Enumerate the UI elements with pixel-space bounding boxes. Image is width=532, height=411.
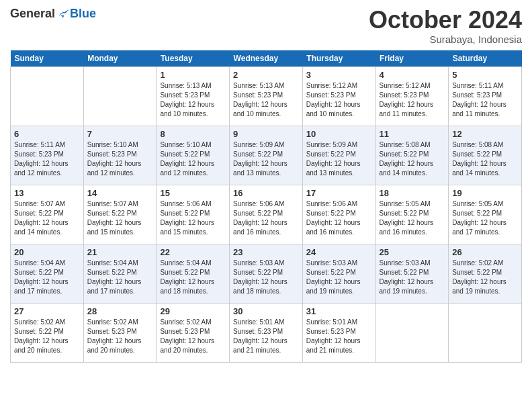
day-number: 25 bbox=[380, 247, 445, 257]
calendar-week-row: 20Sunrise: 5:04 AM Sunset: 5:22 PM Dayli… bbox=[11, 244, 522, 303]
table-row bbox=[449, 303, 522, 362]
logo-bird-icon bbox=[56, 7, 70, 21]
day-info: Sunrise: 5:04 AM Sunset: 5:22 PM Dayligh… bbox=[160, 259, 226, 296]
calendar-week-row: 13Sunrise: 5:07 AM Sunset: 5:22 PM Dayli… bbox=[11, 185, 522, 244]
day-number: 24 bbox=[306, 247, 372, 257]
day-number: 12 bbox=[452, 129, 518, 139]
day-info: Sunrise: 5:06 AM Sunset: 5:22 PM Dayligh… bbox=[160, 199, 226, 237]
day-info: Sunrise: 5:06 AM Sunset: 5:22 PM Dayligh… bbox=[233, 199, 299, 237]
day-info: Sunrise: 5:13 AM Sunset: 5:23 PM Dayligh… bbox=[160, 81, 226, 119]
day-info: Sunrise: 5:11 AM Sunset: 5:23 PM Dayligh… bbox=[452, 81, 518, 119]
day-number: 13 bbox=[14, 188, 80, 198]
day-number: 1 bbox=[160, 70, 226, 80]
day-info: Sunrise: 5:12 AM Sunset: 5:23 PM Dayligh… bbox=[380, 81, 445, 119]
logo: General Blue bbox=[10, 7, 96, 21]
table-row bbox=[83, 66, 157, 126]
table-row: 1Sunrise: 5:13 AM Sunset: 5:23 PM Daylig… bbox=[157, 66, 230, 126]
table-row: 6Sunrise: 5:11 AM Sunset: 5:23 PM Daylig… bbox=[11, 126, 84, 185]
col-monday: Monday bbox=[83, 50, 157, 67]
calendar-table: Sunday Monday Tuesday Wednesday Thursday… bbox=[10, 50, 522, 363]
day-info: Sunrise: 5:03 AM Sunset: 5:22 PM Dayligh… bbox=[233, 259, 299, 296]
table-row: 17Sunrise: 5:06 AM Sunset: 5:22 PM Dayli… bbox=[302, 185, 375, 244]
col-saturday: Saturday bbox=[449, 50, 522, 67]
day-info: Sunrise: 5:05 AM Sunset: 5:22 PM Dayligh… bbox=[452, 199, 518, 237]
day-info: Sunrise: 5:06 AM Sunset: 5:22 PM Dayligh… bbox=[306, 199, 372, 237]
col-sunday: Sunday bbox=[11, 50, 84, 67]
day-number: 5 bbox=[452, 70, 518, 80]
day-info: Sunrise: 5:13 AM Sunset: 5:23 PM Dayligh… bbox=[233, 81, 299, 119]
table-row: 13Sunrise: 5:07 AM Sunset: 5:22 PM Dayli… bbox=[11, 185, 84, 244]
day-number: 9 bbox=[233, 129, 299, 139]
day-info: Sunrise: 5:03 AM Sunset: 5:22 PM Dayligh… bbox=[306, 259, 372, 296]
calendar-week-row: 27Sunrise: 5:02 AM Sunset: 5:22 PM Dayli… bbox=[11, 303, 522, 362]
day-number: 15 bbox=[160, 188, 226, 198]
table-row bbox=[11, 66, 84, 126]
day-info: Sunrise: 5:09 AM Sunset: 5:22 PM Dayligh… bbox=[233, 140, 299, 178]
table-row: 19Sunrise: 5:05 AM Sunset: 5:22 PM Dayli… bbox=[449, 185, 522, 244]
col-tuesday: Tuesday bbox=[157, 50, 230, 67]
day-number: 26 bbox=[452, 247, 518, 257]
table-row: 22Sunrise: 5:04 AM Sunset: 5:22 PM Dayli… bbox=[157, 244, 230, 303]
logo-general-text: General bbox=[10, 7, 55, 21]
day-number: 28 bbox=[87, 306, 153, 316]
table-row: 14Sunrise: 5:07 AM Sunset: 5:22 PM Dayli… bbox=[83, 185, 157, 244]
table-row: 9Sunrise: 5:09 AM Sunset: 5:22 PM Daylig… bbox=[230, 126, 303, 185]
col-wednesday: Wednesday bbox=[230, 50, 303, 67]
day-number: 11 bbox=[380, 129, 445, 139]
day-info: Sunrise: 5:07 AM Sunset: 5:22 PM Dayligh… bbox=[87, 199, 153, 237]
month-title: October 2024 bbox=[369, 7, 522, 34]
table-row: 20Sunrise: 5:04 AM Sunset: 5:22 PM Dayli… bbox=[11, 244, 84, 303]
day-info: Sunrise: 5:10 AM Sunset: 5:23 PM Dayligh… bbox=[87, 140, 153, 178]
day-number: 3 bbox=[306, 70, 372, 80]
day-number: 29 bbox=[160, 306, 226, 316]
calendar-header-row: Sunday Monday Tuesday Wednesday Thursday… bbox=[11, 50, 522, 67]
table-row: 7Sunrise: 5:10 AM Sunset: 5:23 PM Daylig… bbox=[83, 126, 157, 185]
day-info: Sunrise: 5:03 AM Sunset: 5:22 PM Dayligh… bbox=[380, 259, 445, 296]
day-info: Sunrise: 5:05 AM Sunset: 5:22 PM Dayligh… bbox=[380, 199, 445, 237]
day-info: Sunrise: 5:04 AM Sunset: 5:22 PM Dayligh… bbox=[87, 259, 153, 296]
table-row: 5Sunrise: 5:11 AM Sunset: 5:23 PM Daylig… bbox=[449, 66, 522, 126]
table-row: 12Sunrise: 5:08 AM Sunset: 5:22 PM Dayli… bbox=[449, 126, 522, 185]
day-number: 16 bbox=[233, 188, 299, 198]
calendar-week-row: 1Sunrise: 5:13 AM Sunset: 5:23 PM Daylig… bbox=[11, 66, 522, 126]
day-info: Sunrise: 5:07 AM Sunset: 5:22 PM Dayligh… bbox=[14, 199, 80, 237]
day-number: 6 bbox=[14, 129, 80, 139]
table-row: 26Sunrise: 5:02 AM Sunset: 5:22 PM Dayli… bbox=[449, 244, 522, 303]
day-info: Sunrise: 5:08 AM Sunset: 5:22 PM Dayligh… bbox=[452, 140, 518, 178]
col-friday: Friday bbox=[375, 50, 449, 67]
day-number: 2 bbox=[233, 70, 299, 80]
table-row: 27Sunrise: 5:02 AM Sunset: 5:22 PM Dayli… bbox=[11, 303, 84, 362]
day-number: 30 bbox=[233, 306, 299, 316]
day-info: Sunrise: 5:08 AM Sunset: 5:22 PM Dayligh… bbox=[380, 140, 445, 178]
table-row: 10Sunrise: 5:09 AM Sunset: 5:22 PM Dayli… bbox=[302, 126, 375, 185]
day-info: Sunrise: 5:02 AM Sunset: 5:23 PM Dayligh… bbox=[87, 318, 153, 355]
day-info: Sunrise: 5:02 AM Sunset: 5:22 PM Dayligh… bbox=[14, 318, 80, 355]
table-row: 18Sunrise: 5:05 AM Sunset: 5:22 PM Dayli… bbox=[375, 185, 449, 244]
day-info: Sunrise: 5:04 AM Sunset: 5:22 PM Dayligh… bbox=[14, 259, 80, 296]
day-number: 17 bbox=[306, 188, 372, 198]
day-number: 27 bbox=[14, 306, 80, 316]
table-row: 29Sunrise: 5:02 AM Sunset: 5:23 PM Dayli… bbox=[157, 303, 230, 362]
table-row: 15Sunrise: 5:06 AM Sunset: 5:22 PM Dayli… bbox=[157, 185, 230, 244]
day-info: Sunrise: 5:12 AM Sunset: 5:23 PM Dayligh… bbox=[306, 81, 372, 119]
logo-blue-text: Blue bbox=[70, 7, 96, 21]
table-row: 3Sunrise: 5:12 AM Sunset: 5:23 PM Daylig… bbox=[302, 66, 375, 126]
day-number: 10 bbox=[306, 129, 372, 139]
table-row bbox=[375, 303, 449, 362]
col-thursday: Thursday bbox=[302, 50, 375, 67]
title-section: October 2024 Surabaya, Indonesia bbox=[369, 7, 522, 45]
table-row: 23Sunrise: 5:03 AM Sunset: 5:22 PM Dayli… bbox=[230, 244, 303, 303]
day-number: 31 bbox=[306, 306, 372, 316]
day-number: 21 bbox=[87, 247, 153, 257]
table-row: 28Sunrise: 5:02 AM Sunset: 5:23 PM Dayli… bbox=[83, 303, 157, 362]
table-row: 2Sunrise: 5:13 AM Sunset: 5:23 PM Daylig… bbox=[230, 66, 303, 126]
day-number: 19 bbox=[452, 188, 518, 198]
table-row: 8Sunrise: 5:10 AM Sunset: 5:22 PM Daylig… bbox=[157, 126, 230, 185]
day-info: Sunrise: 5:01 AM Sunset: 5:23 PM Dayligh… bbox=[233, 318, 299, 355]
day-info: Sunrise: 5:10 AM Sunset: 5:22 PM Dayligh… bbox=[160, 140, 226, 178]
table-row: 11Sunrise: 5:08 AM Sunset: 5:22 PM Dayli… bbox=[375, 126, 449, 185]
page-container: General Blue October 2024 Surabaya, Indo… bbox=[0, 0, 532, 366]
table-row: 25Sunrise: 5:03 AM Sunset: 5:22 PM Dayli… bbox=[375, 244, 449, 303]
day-number: 20 bbox=[14, 247, 80, 257]
day-number: 7 bbox=[87, 129, 153, 139]
